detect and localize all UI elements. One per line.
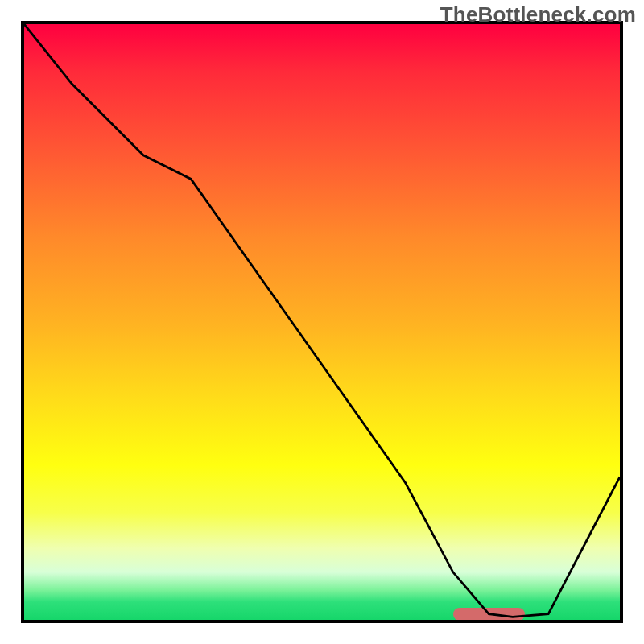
watermark-text: TheBottleneck.com xyxy=(440,2,636,27)
chart-container: TheBottleneck.com xyxy=(0,0,644,644)
curve-path xyxy=(24,24,620,617)
plot-area xyxy=(21,21,623,623)
bottleneck-curve xyxy=(24,24,620,620)
